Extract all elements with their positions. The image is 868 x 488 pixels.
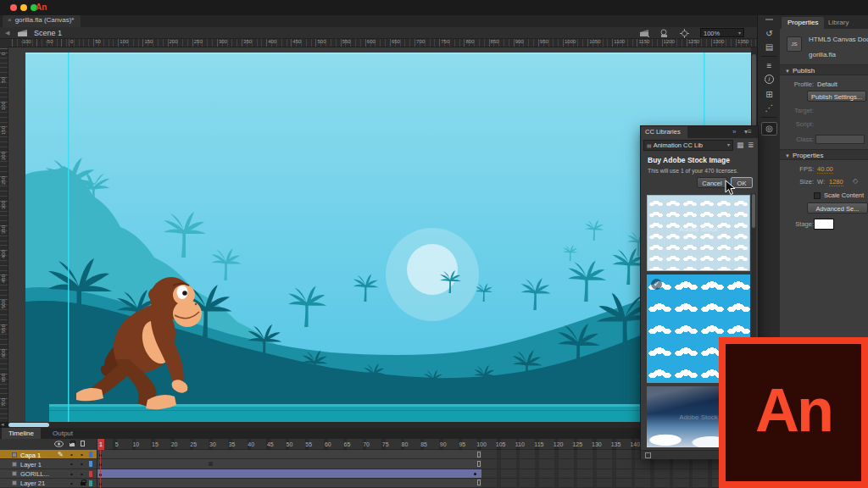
ruler-label: 550	[342, 39, 351, 44]
layer-name-cell[interactable]: Layer 21•	[0, 479, 97, 488]
zoom-level-select[interactable]: 100%▾	[700, 28, 744, 37]
end-frame-marker	[477, 452, 481, 458]
frame-span[interactable]	[97, 450, 481, 458]
horizontal-scrollbar-thumb[interactable]	[8, 423, 49, 427]
scrollbar-left-arrow-icon[interactable]: ◂	[1, 421, 4, 428]
center-frame-icon[interactable]	[680, 29, 689, 38]
edit-scene-icon[interactable]	[639, 29, 650, 37]
minimize-window-button[interactable]	[20, 4, 27, 11]
properties-section-header[interactable]: ▼Properties	[780, 149, 868, 160]
profile-value[interactable]: Default	[817, 80, 837, 88]
cc-libraries-icon[interactable]: ◎	[761, 122, 777, 136]
lock-icon[interactable]	[70, 443, 75, 446]
library-select[interactable]: ▤Animation CC Lib▾	[643, 140, 733, 151]
cancel-button[interactable]: Cancel	[697, 177, 727, 188]
visibility-dot[interactable]: •	[70, 470, 73, 478]
visibility-dot[interactable]: •	[70, 451, 73, 458]
layer-frames[interactable]	[97, 479, 757, 488]
frame-number: 5	[110, 441, 124, 447]
advanced-settings-button[interactable]: Advanced Se...	[807, 202, 868, 214]
transform-icon[interactable]: ⊞	[758, 90, 781, 99]
edit-bar: ◀ Scene 1 100%▾	[0, 27, 757, 39]
close-window-button[interactable]	[10, 4, 17, 11]
film-icon[interactable]: ▤	[758, 42, 781, 52]
timeline-layer-row[interactable]: Layer 21•	[0, 479, 757, 488]
layer-name-cell[interactable]: Layer 1••	[0, 459, 97, 469]
tab-properties[interactable]: Properties	[782, 17, 824, 29]
visibility-dot[interactable]: •	[70, 480, 73, 487]
swirl-icon[interactable]: ↺	[758, 29, 781, 38]
ruler-label: 1350	[737, 39, 748, 44]
layers-icon[interactable]: ≡	[758, 61, 781, 70]
cc-libraries-tab[interactable]: CC Libraries	[641, 126, 687, 138]
show-hide-icon[interactable]	[54, 441, 64, 447]
ruler-label: 150	[1, 126, 6, 135]
frame-span[interactable]	[97, 479, 481, 487]
timeline-layer-row[interactable]: Layer 1••	[0, 459, 757, 469]
collapse-panels-icon[interactable]	[765, 19, 773, 20]
frame-number: 105	[494, 441, 508, 447]
ruler-label: 950	[540, 39, 548, 44]
new-item-icon[interactable]	[645, 452, 651, 458]
list-view-icon[interactable]: ≣	[748, 141, 754, 149]
cc-scrollbar-thumb[interactable]	[752, 194, 755, 228]
layer-name-cell[interactable]: Capa 1✎••	[0, 450, 97, 459]
back-arrow-icon[interactable]: ◀	[5, 30, 9, 36]
layer-color-swatch	[89, 471, 92, 477]
tab-timeline[interactable]: Timeline	[2, 428, 41, 439]
frame-number: 75	[379, 441, 392, 447]
panel-tabs: Properties Library	[780, 15, 868, 29]
tab-library[interactable]: Library	[822, 17, 854, 29]
playhead-marker[interactable]: 1	[97, 439, 104, 450]
ruler-label: 550	[1, 324, 6, 333]
layer-color-swatch	[89, 461, 92, 467]
panel-menu-icon[interactable]: ▾≡	[744, 128, 752, 136]
layer-page-icon	[12, 452, 17, 458]
class-input[interactable]	[815, 135, 865, 144]
scale-content-checkbox[interactable]	[814, 192, 821, 199]
stock-clouds-thumbnail[interactable]: Adobe Stock	[647, 195, 750, 271]
library-type-icon: ▤	[647, 143, 652, 148]
layer-name-cell[interactable]: GORILL...••	[0, 469, 97, 479]
ruler-label: 50	[95, 39, 101, 44]
lock-dot[interactable]: •	[81, 460, 83, 468]
edit-symbols-icon[interactable]	[659, 29, 669, 38]
layer-frames[interactable]	[97, 459, 757, 469]
layer-frames[interactable]	[97, 469, 757, 479]
width-label: W:	[817, 178, 825, 186]
scene-label[interactable]: Scene 1	[34, 29, 62, 37]
layer-lock-icon[interactable]	[81, 482, 86, 485]
tween-span[interactable]	[97, 469, 481, 478]
motion-presets-icon[interactable]: ⋰	[758, 103, 781, 113]
ruler-label: 100	[120, 39, 128, 44]
fps-value[interactable]: 40.00	[817, 165, 833, 174]
lock-dot[interactable]: •	[81, 470, 83, 478]
ruler-label: 600	[1, 349, 6, 358]
publish-settings-button[interactable]: Publish Settings...	[807, 91, 866, 102]
stage-color-swatch[interactable]	[814, 219, 834, 230]
tab-output[interactable]: Output	[46, 428, 80, 439]
frame-number: 135	[609, 441, 623, 447]
info-icon[interactable]: i	[765, 75, 774, 84]
grid-view-icon[interactable]: ▦	[737, 141, 744, 149]
title-bar: An	[0, 0, 868, 15]
frame-span[interactable]	[97, 459, 481, 468]
end-frame-marker	[477, 480, 481, 485]
ruler-label: 750	[441, 39, 449, 44]
dialog-title: Buy Adobe Stock Image	[648, 156, 730, 164]
visibility-dot[interactable]: •	[70, 460, 73, 468]
panel-collapse-icon[interactable]: »	[732, 128, 736, 136]
playhead-line	[100, 450, 101, 488]
ruler-label: -100	[21, 39, 31, 44]
publish-section-header[interactable]: ▼Publish	[780, 64, 868, 75]
timeline-layer-row[interactable]: GORILL...••	[0, 469, 757, 479]
layer-page-icon	[12, 471, 17, 476]
link-dimensions-icon[interactable]: ◇	[853, 177, 858, 185]
document-tab[interactable]: ×gorilla.fla (Canvas)*	[3, 15, 81, 27]
guide-line-left[interactable]	[68, 53, 70, 422]
width-value[interactable]: 1280	[829, 178, 843, 186]
close-tab-icon[interactable]: ×	[8, 16, 12, 24]
divider	[761, 117, 777, 118]
outline-icon[interactable]	[81, 441, 85, 446]
lock-dot[interactable]: •	[81, 451, 83, 458]
